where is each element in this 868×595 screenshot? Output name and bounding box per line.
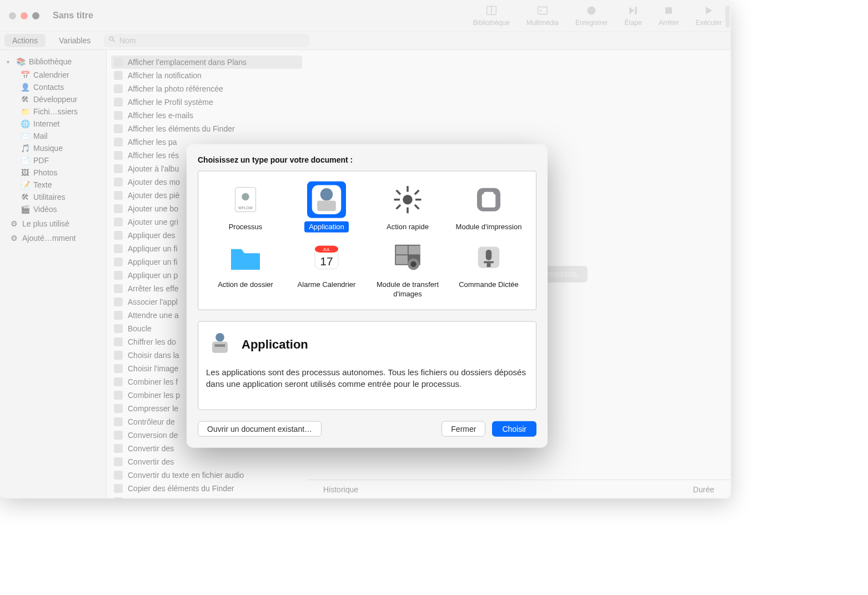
automator-icon xyxy=(206,329,234,359)
svg-rect-36 xyxy=(486,250,492,260)
svg-point-39 xyxy=(215,333,224,342)
modal-buttons: Ouvrir un document existant… Fermer Choi… xyxy=(198,421,536,436)
svg-rect-41 xyxy=(215,344,225,347)
doc-type-item[interactable]: Module d'impression xyxy=(450,178,528,236)
doc-type-icon: JUL17 xyxy=(307,239,346,276)
type-grid: WFLOWProcessusApplicationAction rapideMo… xyxy=(198,171,536,310)
doc-type-item[interactable]: JUL17Alarme Calendrier xyxy=(288,236,365,303)
svg-rect-38 xyxy=(487,263,491,267)
doc-type-icon xyxy=(226,239,265,276)
svg-rect-30 xyxy=(396,246,408,255)
doc-type-icon: WFLOW xyxy=(226,181,265,218)
close-button[interactable]: Fermer xyxy=(441,421,485,436)
svg-rect-24 xyxy=(484,192,494,195)
automator-window: Sans titre Bibliothèque Multimédia Enreg… xyxy=(0,0,731,498)
svg-point-8 xyxy=(242,193,249,201)
svg-text:WFLOW: WFLOW xyxy=(238,206,253,210)
doc-type-label: Action de dossier xyxy=(213,279,278,290)
doc-type-label: Action rapide xyxy=(382,221,433,233)
doc-type-label: Module de transfert d'images xyxy=(369,279,446,300)
svg-rect-31 xyxy=(409,246,420,255)
doc-type-item[interactable]: Commande Dictée xyxy=(450,236,528,303)
modal-title: Choisissez un type pour votre document : xyxy=(198,155,536,164)
doc-type-item[interactable]: Action rapide xyxy=(369,178,446,236)
description-text: Les applications sont des processus auto… xyxy=(206,366,528,389)
svg-point-13 xyxy=(403,195,413,205)
doc-type-label: Commande Dictée xyxy=(454,279,523,290)
description-box: Application Les applications sont des pr… xyxy=(198,321,536,410)
open-existing-button[interactable]: Ouvrir un document existant… xyxy=(198,421,322,436)
doc-type-icon xyxy=(469,181,508,218)
svg-text:JUL: JUL xyxy=(323,248,331,253)
svg-point-11 xyxy=(320,188,333,201)
svg-rect-40 xyxy=(212,341,228,352)
svg-rect-23 xyxy=(482,194,496,208)
doc-type-icon xyxy=(388,239,427,276)
doc-type-item[interactable]: Module de transfert d'images xyxy=(369,236,446,303)
svg-rect-19 xyxy=(414,204,420,210)
doc-type-label: Alarme Calendrier xyxy=(293,279,360,290)
doc-type-item[interactable]: Action de dossier xyxy=(207,236,284,303)
svg-rect-20 xyxy=(395,204,401,210)
svg-rect-12 xyxy=(317,201,336,211)
svg-rect-32 xyxy=(396,255,408,264)
doc-type-icon xyxy=(469,239,508,276)
doc-type-label: Module d'impression xyxy=(451,221,526,233)
doc-type-icon xyxy=(388,181,427,218)
svg-rect-16 xyxy=(394,199,400,201)
document-type-modal: Choisissez un type pour votre document :… xyxy=(187,144,548,448)
choose-button[interactable]: Choisir xyxy=(492,421,536,436)
svg-rect-21 xyxy=(414,190,420,195)
svg-point-34 xyxy=(410,261,417,268)
svg-text:17: 17 xyxy=(320,255,333,268)
svg-rect-37 xyxy=(484,261,494,264)
doc-type-label: Processus xyxy=(224,221,267,233)
doc-type-item[interactable]: WFLOWProcessus xyxy=(207,178,284,236)
svg-rect-18 xyxy=(395,190,401,195)
doc-type-label: Application xyxy=(304,221,349,233)
svg-rect-15 xyxy=(407,208,409,214)
doc-type-icon xyxy=(307,181,346,218)
description-title: Application xyxy=(242,337,308,351)
svg-rect-14 xyxy=(407,186,409,192)
svg-rect-17 xyxy=(415,199,422,201)
doc-type-item[interactable]: Application xyxy=(288,178,365,236)
